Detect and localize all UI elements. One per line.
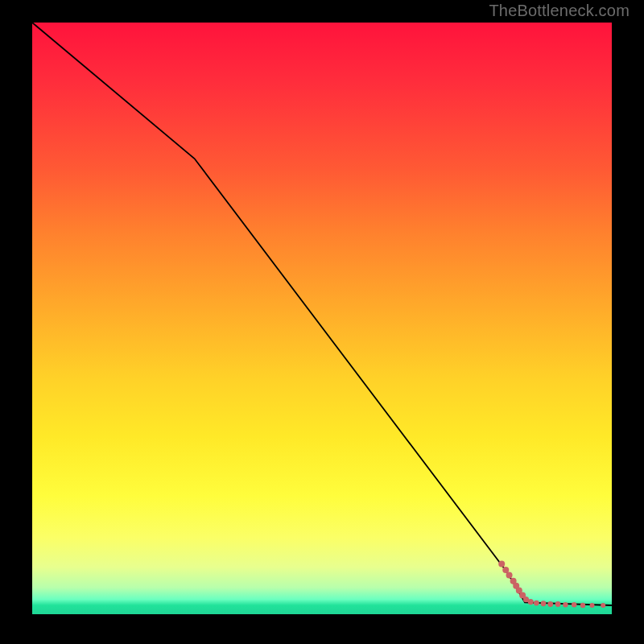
chart-frame: TheBottleneck.com — [0, 0, 644, 644]
data-marker — [555, 601, 561, 607]
data-marker — [502, 567, 509, 573]
data-marker — [534, 601, 539, 606]
data-marker — [580, 603, 585, 608]
watermark-text: TheBottleneck.com — [489, 2, 630, 20]
data-marker — [528, 599, 534, 605]
data-markers — [498, 561, 605, 609]
data-marker — [601, 603, 605, 608]
data-marker — [563, 602, 568, 607]
data-marker — [498, 561, 505, 568]
data-marker — [541, 601, 547, 606]
bottleneck-curve — [32, 23, 612, 605]
data-marker — [572, 602, 576, 607]
chart-overlay — [32, 23, 612, 614]
data-marker — [547, 601, 553, 607]
data-marker — [506, 572, 513, 578]
data-marker — [590, 603, 595, 608]
